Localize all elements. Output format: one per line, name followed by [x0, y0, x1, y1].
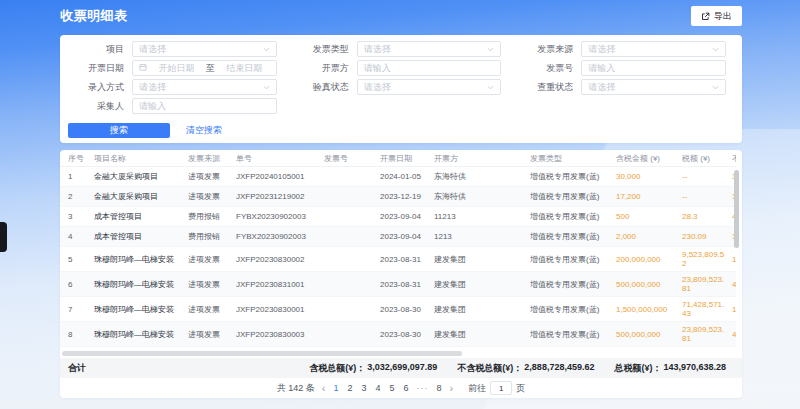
cell-issuer: 1213 [434, 232, 530, 241]
filter-invoice-no-label: 发票号 [517, 62, 573, 75]
table-row[interactable]: 6 珠穆朗玛峰—电梯安装 进项发票 JXFP20230831001 2023-0… [60, 272, 736, 297]
invoice-date-range-picker[interactable]: 开始日期 至 结束日期 [132, 60, 277, 76]
page-number-1[interactable]: 1 [332, 383, 339, 393]
goto-page-input[interactable] [490, 381, 512, 395]
summary-without-tax-label: 不含税总额(¥)： [457, 362, 522, 375]
invoice-type-select[interactable]: 请选择 [357, 41, 502, 57]
invoice-source-select[interactable]: 请选择 [581, 41, 726, 57]
dup-check-status-select-placeholder: 请选择 [588, 81, 615, 94]
invoice-no-input[interactable]: 请输入 [581, 60, 726, 76]
cell-amount-with-tax: 500,000,000 [616, 330, 682, 339]
filter-invoice-no: 发票号 请输入 [517, 60, 726, 76]
table-scroll-area: 序号 项目名称 发票来源 单号 发票号 开票日期 开票方 发票类型 含税金额 (… [60, 150, 736, 347]
table-row[interactable]: 7 珠穆朗玛峰—电梯安装 进项发票 JXFP20230830001 2023-0… [60, 297, 736, 322]
invoice-type-select-placeholder: 请选择 [364, 43, 391, 56]
table-row[interactable]: 5 珠穆朗玛峰—电梯安装 进项发票 JXFP20230830002 2023-0… [60, 247, 736, 272]
column-header-tax: 税额 (¥) [682, 154, 732, 163]
chevron-down-icon [263, 82, 270, 92]
table-row[interactable]: 2 金融大厦采购项目 进项发票 JXFP20231219002 2023-12-… [60, 187, 736, 207]
prev-page-icon[interactable]: ‹ [322, 383, 326, 394]
summary-with-tax-label: 含税总额(¥)： [309, 362, 365, 375]
filter-actions: 搜索 清空搜索 [60, 114, 742, 138]
project-select[interactable]: 请选择 [132, 41, 277, 57]
table-row[interactable]: 1 金融大厦采购项目 进项发票 JXFP20240105001 2024-01-… [60, 167, 736, 187]
filter-collector: 采集人 请输入 [68, 98, 277, 114]
column-header-amount-without-tax: 不含税金额 (¥) [732, 153, 736, 164]
cell-amount-with-tax: 17,200 [616, 192, 682, 201]
cell-type: 增值税专用发票(蓝) [530, 279, 616, 290]
table-row[interactable]: 3 成本管控项目 费用报销 FYBX20230902003 2023-09-04… [60, 207, 736, 227]
cell-type: 增值税专用发票(蓝) [530, 211, 616, 222]
filter-verify-status-label: 验真状态 [293, 81, 349, 94]
cell-date: 2023-12-19 [380, 192, 434, 201]
clear-search-link[interactable]: 清空搜索 [186, 124, 222, 137]
cell-amount-with-tax: 200,000,000 [616, 255, 682, 264]
cell-order-no: JXFP20230830003 [236, 330, 324, 339]
cell-source: 进项发票 [188, 191, 236, 202]
cell-tax: 23,809,523.81 [682, 325, 732, 343]
summary-without-tax: 不含税总额(¥)： 2,888,728,459.62 [457, 362, 594, 375]
filter-project: 项目 请选择 [68, 41, 277, 57]
cell-source: 进项发票 [188, 254, 236, 265]
export-button[interactable]: 导出 [691, 6, 742, 26]
drawer-handle[interactable] [0, 222, 7, 252]
cell-date: 2024-01-05 [380, 172, 434, 181]
cell-tax: -- [682, 172, 732, 181]
summary-total-tax-value: 143,970,638.28 [663, 362, 726, 375]
cell-project: 珠穆朗玛峰—电梯安装 [94, 279, 188, 290]
page-number-6[interactable]: 6 [403, 383, 410, 393]
summary-with-tax-value: 3,032,699,097.89 [367, 362, 437, 375]
dup-check-status-select[interactable]: 请选择 [581, 79, 726, 95]
table-row[interactable]: 4 成本管控项目 费用报销 FYBX20230902003 2023-09-04… [60, 227, 736, 247]
cell-issuer: 东海特供 [434, 191, 530, 202]
summary-groups: 含税总额(¥)： 3,032,699,097.89 不含税总额(¥)： 2,88… [309, 362, 726, 375]
more-pages-icon[interactable]: ··· [417, 383, 429, 393]
chevron-down-icon [712, 44, 719, 54]
cell-issuer: 东海特供 [434, 171, 530, 182]
cell-amount-without-tax: 190,476,190.48 [732, 255, 736, 264]
next-page-icon[interactable]: › [450, 383, 454, 394]
summary-total-tax: 总税额(¥)： 143,970,638.28 [614, 362, 726, 375]
page-number-last[interactable]: 8 [436, 383, 443, 393]
cell-order-no: JXFP20230830002 [236, 255, 324, 264]
cell-amount-without-tax: 476,190,476.19 [732, 280, 736, 289]
cell-amount-with-tax: 500,000,000 [616, 280, 682, 289]
verify-status-select-placeholder: 请选择 [364, 81, 391, 94]
cell-tax: 71,428,571.43 [682, 300, 732, 318]
cell-no: 1 [60, 172, 94, 181]
cell-amount-with-tax: 500 [616, 212, 682, 221]
entry-method-select[interactable]: 请选择 [132, 79, 277, 95]
filter-dup-check-status-label: 查重状态 [517, 81, 573, 94]
project-select-placeholder: 请选择 [139, 43, 166, 56]
page-number-2[interactable]: 2 [346, 383, 353, 393]
collector-input[interactable]: 请输入 [132, 98, 277, 114]
horizontal-scrollbar-thumb[interactable] [62, 351, 462, 356]
cell-source: 进项发票 [188, 171, 236, 182]
filter-entry-method-label: 录入方式 [68, 81, 124, 94]
column-header-source: 发票来源 [188, 153, 236, 164]
filter-collector-label: 采集人 [68, 100, 124, 113]
vertical-scrollbar-thumb[interactable] [734, 170, 739, 248]
cell-issuer: 建发集团 [434, 304, 530, 315]
summary-total-tax-label: 总税额(¥)： [614, 362, 661, 375]
page-number-5[interactable]: 5 [389, 383, 396, 393]
cell-tax: 9,523,809.52 [682, 250, 732, 268]
summary-without-tax-value: 2,888,728,459.62 [524, 362, 594, 375]
filter-invoice-date-label: 开票日期 [68, 62, 124, 75]
issuer-input[interactable]: 请输入 [357, 60, 502, 76]
cell-project: 成本管控项目 [94, 231, 188, 242]
verify-status-select[interactable]: 请选择 [357, 79, 502, 95]
page-number-4[interactable]: 4 [375, 383, 382, 393]
cell-date: 2023-09-04 [380, 232, 434, 241]
cell-project: 成本管控项目 [94, 211, 188, 222]
filter-issuer: 开票方 请输入 [293, 60, 502, 76]
summary-total-label: 合计 [68, 362, 86, 375]
table-row[interactable]: 8 珠穆朗玛峰—电梯安装 进项发票 JXFP20230830003 2023-0… [60, 322, 736, 347]
column-header-project: 项目名称 [94, 153, 188, 164]
page-number-3[interactable]: 3 [360, 383, 367, 393]
cell-no: 2 [60, 192, 94, 201]
search-button[interactable]: 搜索 [68, 123, 170, 138]
entry-method-select-placeholder: 请选择 [139, 81, 166, 94]
cell-date: 2023-08-30 [380, 305, 434, 314]
chevron-down-icon [487, 44, 494, 54]
